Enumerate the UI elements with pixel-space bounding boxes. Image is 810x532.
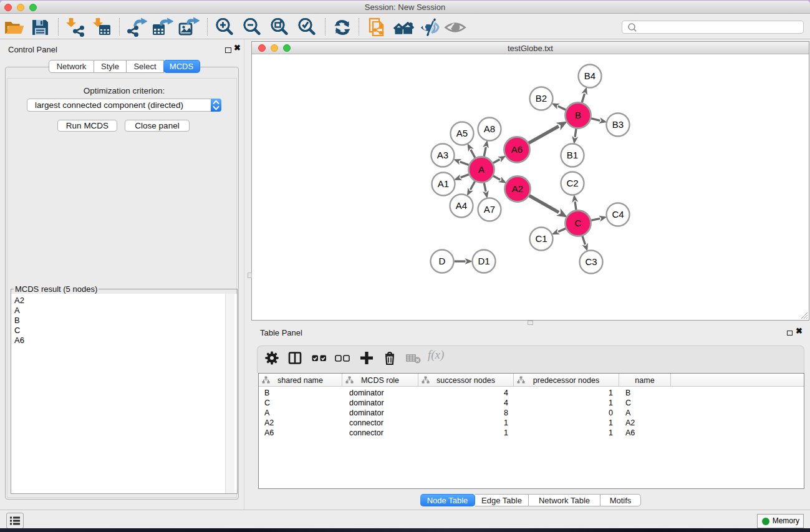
svg-text:B: B bbox=[575, 110, 581, 120]
svg-text:A7: A7 bbox=[484, 204, 495, 215]
svg-text:C1: C1 bbox=[535, 233, 547, 244]
svg-text:A5: A5 bbox=[456, 128, 468, 138]
svg-text:B4: B4 bbox=[584, 70, 595, 81]
svg-text:A2: A2 bbox=[512, 183, 523, 194]
svg-text:D1: D1 bbox=[478, 256, 489, 266]
svg-text:A3: A3 bbox=[437, 150, 448, 160]
svg-text:D: D bbox=[439, 256, 446, 266]
svg-text:A6: A6 bbox=[511, 144, 523, 155]
svg-text:A4: A4 bbox=[456, 200, 467, 211]
svg-text:A: A bbox=[478, 164, 485, 175]
svg-text:B3: B3 bbox=[612, 119, 624, 130]
svg-text:C2: C2 bbox=[566, 178, 578, 188]
svg-text:A1: A1 bbox=[438, 178, 449, 189]
svg-text:C: C bbox=[575, 218, 582, 228]
svg-text:B2: B2 bbox=[536, 93, 547, 104]
svg-text:C3: C3 bbox=[585, 256, 597, 267]
svg-text:C4: C4 bbox=[612, 209, 624, 220]
svg-text:B1: B1 bbox=[567, 150, 578, 160]
svg-text:A8: A8 bbox=[484, 123, 495, 134]
